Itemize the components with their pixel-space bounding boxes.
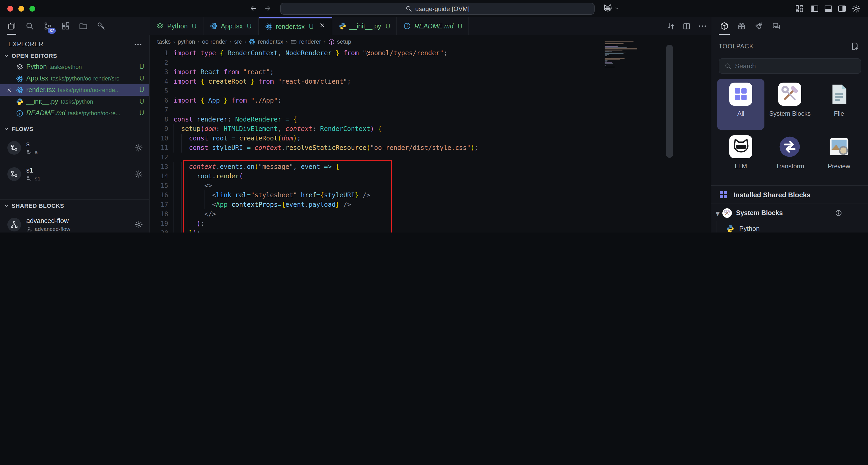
code-editor[interactable]: tasks›python›oo-render›src›render.tsx›re… <box>150 35 710 233</box>
code-line-9: 9 setup(dom: HTMLDivElement, context: Re… <box>150 124 710 134</box>
title-bar: usage-guide [OVM] <box>0 0 868 17</box>
gear-icon[interactable] <box>134 144 143 152</box>
more-actions-icon[interactable] <box>698 25 707 28</box>
shared-subtitle: advanced-flow <box>35 226 70 232</box>
file-path: tasks/python <box>61 98 134 105</box>
info-icon[interactable] <box>835 209 842 217</box>
breadcrumb[interactable]: tasks›python›oo-render›src›render.tsx›re… <box>157 37 351 46</box>
assistant-menu-button[interactable] <box>603 4 619 13</box>
breadcrumb-oo-render[interactable]: oo-render <box>202 38 227 45</box>
category-tile-preview[interactable]: Preview <box>815 132 863 182</box>
git-status-badge: U <box>139 63 144 70</box>
nav-forward-button[interactable] <box>264 4 272 12</box>
annotation-red-box <box>183 160 392 233</box>
code-line-7: 7 <box>150 105 710 115</box>
activity-folder-icon[interactable] <box>79 22 88 30</box>
flow-item-s[interactable]: sa <box>0 135 149 161</box>
editor-tabs: PythonUApp.tsxUrender.tsxU__init__.pyURE… <box>150 17 469 35</box>
code-line-11: 11 const styleURI = context.resolveStati… <box>150 143 710 152</box>
tab-README.md[interactable]: README.mdU <box>397 17 469 35</box>
tab-App.tsx[interactable]: App.tsxU <box>204 17 258 35</box>
breadcrumb-render.tsx[interactable]: render.tsx <box>249 38 283 45</box>
explorer-title: EXPLORER <box>8 41 43 47</box>
activity-flowscm-icon[interactable]: 37 <box>43 22 52 30</box>
flow-avatar <box>7 141 21 155</box>
rocket-tab[interactable] <box>754 22 764 30</box>
block-section-system-blocks[interactable]: ▾System Blocks <box>711 205 868 221</box>
category-tile-llm[interactable]: LLM <box>717 132 765 182</box>
gear-icon[interactable] <box>134 221 143 229</box>
tab-Python[interactable]: PythonU <box>150 17 204 35</box>
shared-avatar <box>7 218 21 231</box>
layout-grid-icon[interactable] <box>795 4 804 13</box>
tab-label: Python <box>167 22 188 30</box>
tab-__init__.py[interactable]: __init__.pyU <box>332 17 397 35</box>
split-editor-icon[interactable] <box>682 22 691 30</box>
activity-search-icon[interactable] <box>25 22 34 30</box>
close-icon[interactable] <box>6 87 12 93</box>
breadcrumb-src[interactable]: src <box>234 38 242 45</box>
breadcrumb-setup[interactable]: setup <box>328 38 351 45</box>
swap-editors-icon[interactable] <box>666 22 675 30</box>
breadcrumb-renderer[interactable]: renderer <box>290 38 321 45</box>
open-editor-README.md[interactable]: README.mdtasks/python/oo-re...U <box>0 107 149 119</box>
traffic-minimize-button[interactable] <box>19 6 24 11</box>
flow-title: s1 <box>26 167 129 174</box>
close-icon[interactable] <box>319 22 325 31</box>
explorer-more-icon[interactable] <box>134 43 142 46</box>
section-icon <box>722 208 732 218</box>
traffic-zoom-button[interactable] <box>29 6 35 11</box>
collapse-triangle-icon[interactable]: ▾ <box>714 208 721 218</box>
flow-item-s1[interactable]: s1s1 <box>0 161 149 187</box>
category-tile-all[interactable]: All <box>717 79 765 130</box>
code-line-6: 6import { App } from "./App"; <box>150 96 710 105</box>
toolpack-categories: AllSystem BlocksFileLLMTransformPreview <box>717 79 863 182</box>
file-name: App.tsx <box>26 75 48 82</box>
new-tool-icon[interactable] <box>851 42 859 51</box>
open-editor-render.tsx[interactable]: render.tsxtasks/python/oo-rende...U <box>0 84 149 96</box>
scm-badge: 37 <box>48 28 56 34</box>
toolpack-search-input[interactable]: Search <box>719 58 861 74</box>
open-editor-Python[interactable]: Pythontasks/pythonU <box>0 61 149 72</box>
shared-blocks-header[interactable]: SHARED BLOCKS <box>0 200 149 211</box>
settings-gear-icon[interactable] <box>852 4 861 13</box>
panel-left-toggle[interactable] <box>810 4 819 13</box>
category-tile-system-blocks[interactable]: System Blocks <box>766 79 814 130</box>
open-editor-__init__.py[interactable]: __init__.pytasks/pythonU <box>0 96 149 107</box>
git-status-badge: U <box>192 22 197 30</box>
open-editor-App.tsx[interactable]: App.tsxtasks/python/oo-render/srcU <box>0 72 149 84</box>
open-editors-header[interactable]: OPEN EDITORS <box>0 51 149 61</box>
breadcrumb-python[interactable]: python <box>178 38 195 45</box>
category-tile-transform[interactable]: Transform <box>766 132 814 182</box>
panel-bottom-toggle[interactable] <box>824 4 833 13</box>
toolpack-tab[interactable] <box>720 22 729 30</box>
gear-icon[interactable] <box>134 170 143 178</box>
file-type-icon <box>16 63 24 71</box>
toolpack-search-placeholder: Search <box>735 62 756 70</box>
shared-block-advanced-flow[interactable]: advanced-flowadvanced-flow <box>0 211 149 233</box>
editor-scrollbar[interactable] <box>666 45 673 158</box>
flows-header[interactable]: FLOWS <box>0 123 149 135</box>
tab-render.tsx[interactable]: render.tsxU <box>258 17 332 35</box>
activity-files-icon[interactable] <box>7 22 16 30</box>
minimap[interactable] <box>604 41 662 68</box>
flow-title: s <box>26 141 129 148</box>
gift-tab[interactable] <box>737 22 746 30</box>
tile-label: LLM <box>735 163 747 170</box>
activity-extensions-icon[interactable] <box>61 22 70 30</box>
installed-blocks-list: ▾System BlocksPythonTSTypeScriptJSJavaSc… <box>711 205 868 233</box>
activity-key-icon[interactable] <box>97 22 106 30</box>
file-type-icon <box>156 22 164 30</box>
tab-strip-row: 37 PythonUApp.tsxUrender.tsxU__init__.py… <box>0 17 868 35</box>
command-center-search[interactable]: usage-guide [OVM] <box>280 3 595 15</box>
chat-tab[interactable] <box>772 22 781 30</box>
block-icon <box>725 224 735 233</box>
flow-sub-icon <box>26 149 32 155</box>
traffic-close-button[interactable] <box>7 6 13 11</box>
breadcrumb-tasks[interactable]: tasks <box>157 38 170 45</box>
block-item-python[interactable]: Python <box>711 221 868 233</box>
category-tile-file[interactable]: File <box>815 79 863 130</box>
nav-back-button[interactable] <box>249 4 258 12</box>
tile-label: Preview <box>828 163 850 170</box>
panel-right-toggle[interactable] <box>838 4 846 13</box>
